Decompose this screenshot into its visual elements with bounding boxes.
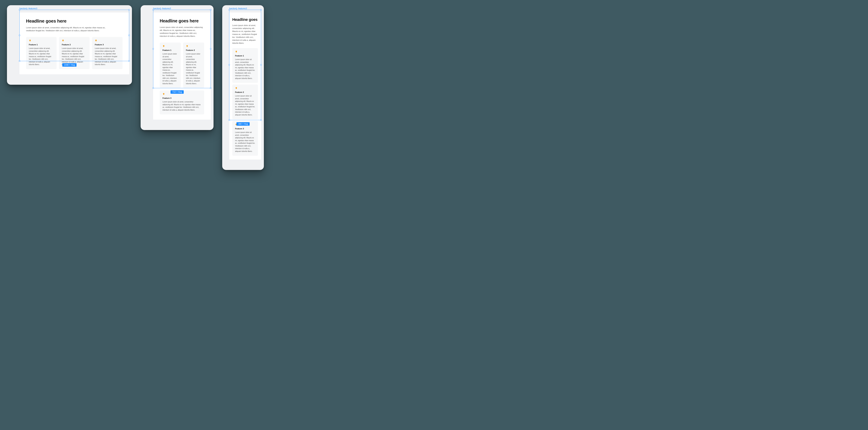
section-headline: Headline goes here — [160, 19, 204, 24]
artboard-mobile[interactable]: [section]--features3 390 × Hug Headline … — [222, 5, 264, 170]
frame-label[interactable]: [section]--features3 — [20, 7, 37, 10]
feature-body: Lorem ipsum dolor sit amet, consectetur … — [162, 100, 202, 111]
feature-card[interactable]: Feature 2 Lorem ipsum dolor sit amet, co… — [183, 42, 204, 88]
section-headline: Headline goes here — [26, 19, 123, 24]
dimension-badge[interactable]: 710 × Hug — [170, 90, 184, 94]
feature-card[interactable]: Feature 3 Lorem ipsum dolor sit amet, co… — [232, 121, 258, 156]
feature-title: Feature 1 — [162, 49, 178, 51]
feature-card[interactable]: Feature 3 Lorem ipsum dolor sit amet, co… — [160, 90, 204, 114]
lightbulb-icon — [235, 51, 238, 53]
frame-label[interactable]: [section]--features3 — [229, 7, 247, 10]
artboard-desktop[interactable]: [section]--features3 1440 × Hug Headline… — [7, 5, 132, 85]
feature-cards: Feature 1 Lorem ipsum dolor sit amet, co… — [160, 42, 204, 114]
feature-body: Lorem ipsum dolor sit amet, consectetur … — [235, 95, 255, 116]
feature-card[interactable]: Feature 1 Lorem ipsum dolor sit amet, co… — [160, 42, 181, 88]
feature-card[interactable]: Feature 2 Lorem ipsum dolor sit amet, co… — [232, 85, 258, 119]
lightbulb-icon — [62, 39, 64, 42]
feature-title: Feature 3 — [162, 97, 202, 99]
feature-cards: Feature 1 Lorem ipsum dolor sit amet, co… — [232, 48, 258, 156]
lightbulb-icon — [29, 39, 31, 42]
section-subhead: Lorem ipsum dolor sit amet, consectetur … — [26, 26, 106, 32]
feature-title: Feature 3 — [95, 43, 120, 45]
lightbulb-icon — [162, 45, 165, 48]
features-section[interactable]: Headline goes here Lorem ipsum dolor sit… — [153, 12, 211, 120]
feature-title: Feature 1 — [29, 43, 54, 45]
features-section[interactable]: Headline goes Lorem ipsum dolor sit amet… — [229, 12, 261, 159]
feature-body: Lorem ipsum dolor sit amet, consectetur … — [95, 47, 120, 66]
lightbulb-icon — [235, 87, 238, 89]
feature-card[interactable]: Feature 1 Lorem ipsum dolor sit amet, co… — [26, 37, 57, 69]
section-subhead: Lorem ipsum dolor sit amet, consectetur … — [232, 24, 258, 44]
feature-card[interactable]: Feature 3 Lorem ipsum dolor sit amet, co… — [92, 37, 123, 69]
resize-handle-tr[interactable] — [260, 9, 261, 10]
feature-body: Lorem ipsum dolor sit amet, consectetur … — [162, 53, 178, 85]
section-headline: Headline goes — [232, 18, 258, 22]
lightbulb-icon — [95, 39, 97, 42]
feature-title: Feature 2 — [186, 49, 202, 51]
feature-title: Feature 2 — [235, 91, 255, 93]
dimension-badge[interactable]: 1440 × Hug — [62, 63, 76, 67]
feature-body: Lorem ipsum dolor sit amet, consectetur … — [29, 47, 54, 66]
feature-title: Feature 1 — [235, 55, 255, 57]
artboard-tablet[interactable]: [section]--features3 710 × Hug Headline … — [141, 5, 214, 130]
section-subhead: Lorem ipsum dolor sit amet, consectetur … — [160, 26, 204, 38]
dimension-badge[interactable]: 390 × Hug — [237, 122, 250, 126]
feature-body: Lorem ipsum dolor sit amet, consectetur … — [186, 53, 202, 85]
feature-title: Feature 2 — [62, 43, 87, 45]
feature-card[interactable]: Feature 1 Lorem ipsum dolor sit amet, co… — [232, 48, 258, 83]
feature-body: Lorem ipsum dolor sit amet, consectetur … — [235, 58, 255, 80]
resize-handle-tr[interactable] — [210, 9, 211, 10]
lightbulb-icon — [186, 45, 188, 48]
feature-body: Lorem ipsum dolor sit amet, consectetur … — [235, 131, 255, 153]
frame-label[interactable]: [section]--features3 — [153, 7, 171, 10]
resize-handle-tr[interactable] — [128, 9, 130, 10]
feature-title: Feature 3 — [235, 128, 255, 130]
lightbulb-icon — [162, 93, 165, 95]
